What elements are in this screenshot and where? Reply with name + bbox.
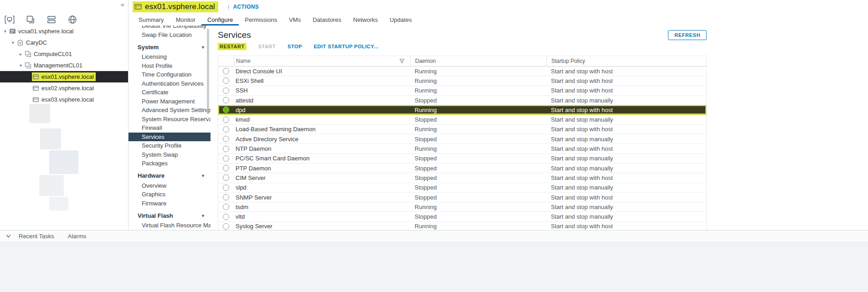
confignav-section-hardware[interactable]: Hardware▾ [128,170,211,181]
confignav-item-security-profile[interactable]: Security Profile [128,141,211,150]
toolbar-edit-startup-policy-button[interactable]: EDIT STARTUP POLICY... [314,44,379,49]
service-row-ssh[interactable]: SSHRunningStart and stop with host [218,86,706,96]
row-radio[interactable] [223,77,229,84]
service-row-syslog-server[interactable]: Syslog ServerRunningStart and stop with … [218,222,706,230]
chevron-down-icon[interactable]: ▾ [2,29,9,34]
refresh-button[interactable]: REFRESH [668,30,707,40]
row-radio[interactable] [223,165,229,171]
service-row-vltd[interactable]: vltdStoppedStart and stop manually [218,212,706,221]
column-header-policy: Startup Policy [546,56,706,66]
service-row-attestd[interactable]: attestdStoppedStart and stop manually [218,96,706,105]
confignav-item-power-management[interactable]: Power Management [128,97,211,106]
confignav-item-overview[interactable]: Overview [128,181,211,190]
tree-item-vcsa01-vsphere-local[interactable]: ▾vcsa01.vsphere.local [0,26,128,37]
confignav-item-packages[interactable]: Packages [128,159,211,168]
filter-icon[interactable] [399,58,405,64]
confignav-item-time-configuration[interactable]: Time Configuration [128,70,211,79]
service-row-cim-server[interactable]: CIM ServerStoppedStart and stop with hos… [218,173,706,183]
service-row-pc-sc-smart-card-daemon[interactable]: PC/SC Smart Card DaemonStoppedStart and … [218,154,706,164]
confignav-section-virtual-flash[interactable]: Virtual Flash▾ [128,210,211,221]
tab-vms[interactable]: VMs [283,14,307,26]
configure-nav-scrollbar[interactable] [207,29,209,109]
tree-item-esx02-vsphere-local[interactable]: esx02.vsphere.local [0,82,128,94]
service-row-esxi-shell[interactable]: ESXi ShellRunningStart and stop with hos… [218,76,706,86]
cluster-icon [25,51,31,57]
chevron-down-icon[interactable] [5,234,11,238]
confignav-item-system-swap[interactable]: System Swap [128,150,211,159]
toolbar-stop-button[interactable]: STOP [288,44,302,49]
confignav-item-system-resource-reservati[interactable]: System Resource Reservati... [128,115,211,124]
vms-and-templates-icon[interactable] [26,15,36,24]
confignav-item-authentication-services[interactable]: Authentication Services [128,79,211,88]
row-radio[interactable] [223,174,229,181]
service-daemon-cell: Stopped [410,116,546,123]
confignav-item-certificate[interactable]: Certificate [128,88,211,97]
confignav-item-default-vm-compatibility[interactable]: Default VM Compatibility [128,26,211,31]
tab-summary[interactable]: Summary [133,14,170,26]
tree-item-esx03-vsphere-local[interactable]: esx03.vsphere.local [0,94,128,105]
row-radio[interactable] [223,87,229,94]
row-radio[interactable] [223,68,229,74]
row-radio[interactable] [223,155,229,162]
tree-item-computecl01[interactable]: ▸ComputeCL01 [0,48,128,60]
tab-permissions[interactable]: Permissions [239,14,283,26]
main-body: « ▾vcsa01.vsphere.local▾CaryDC▸ComputeCL… [0,0,868,230]
confignav-item-host-profile[interactable]: Host Profile [128,61,211,71]
hosts-and-clusters-icon[interactable] [5,15,15,24]
confignav-item-services[interactable]: Services [128,133,211,142]
row-radio[interactable] [223,184,229,191]
confignav-item-licensing[interactable]: Licensing [128,52,211,61]
service-row-ptp-daemon[interactable]: PTP DaemonStoppedStart and stop manually [218,164,706,173]
row-radio[interactable] [223,126,229,133]
networking-icon[interactable] [67,15,77,24]
toolbar-restart-button[interactable]: RESTART [218,43,247,50]
service-row-kmxd[interactable]: kmxdStoppedStart and stop manually [218,115,706,124]
radio-cell [218,87,234,94]
configure-nav-list: Default VM CompatibilitySwap File Locati… [128,26,211,230]
row-radio[interactable] [223,117,229,123]
row-radio[interactable] [223,107,229,113]
row-radio[interactable] [223,146,229,152]
tab-updates[interactable]: Updates [384,14,417,26]
bottombar-recent-tasks[interactable]: Recent Tasks [19,233,54,240]
bottombar-alarms[interactable]: Alarms [68,233,86,240]
row-radio[interactable] [223,214,229,220]
confignav-item-firmware[interactable]: Firmware [128,199,211,208]
tab-monitor[interactable]: Monitor [170,14,201,26]
service-policy-cell: Start and stop manually [546,204,706,210]
confignav-item-virtual-flash-resource-man[interactable]: Virtual Flash Resource Man... [128,221,211,230]
service-row-ntp-daemon[interactable]: NTP DaemonRunningStart and stop with hos… [218,144,706,154]
actions-button[interactable]: ⋮ ACTIONS [226,4,259,10]
row-radio[interactable] [223,223,229,230]
confignav-item-firewall[interactable]: Firewall [128,123,211,133]
tab-datastores[interactable]: Datastores [307,14,347,26]
tree-item-content: ManagementCL01 [24,61,84,70]
service-row-dpd[interactable]: dpdRunningStart and stop with host [218,105,706,115]
tree-item-carydc[interactable]: ▾CaryDC [0,37,128,48]
chevron-right-icon[interactable]: ▸ [17,51,24,56]
row-radio[interactable] [223,194,229,200]
row-radio[interactable] [223,97,229,103]
confignav-item-swap-file-location[interactable]: Swap File Location [128,31,211,40]
service-row-snmp-server[interactable]: SNMP ServerStoppedStart and stop with ho… [218,193,706,202]
redacted-tree-item [40,128,61,149]
service-row-active-directory-service[interactable]: Active Directory ServiceStoppedStart and… [218,134,706,144]
tab-configure[interactable]: Configure [201,14,239,26]
confignav-item-advanced-system-settings[interactable]: Advanced System Settings [128,106,211,115]
sidebar-collapse-icon[interactable]: « [121,1,124,8]
confignav-section-system[interactable]: System▾ [128,41,211,52]
service-row-load-based-teaming-daemon[interactable]: Load-Based Teaming DaemonRunningStart an… [218,125,706,134]
service-row-direct-console-ui[interactable]: Direct Console UIRunningStart and stop w… [218,67,706,76]
tree-item-managementcl01[interactable]: ▾ManagementCL01 [0,60,128,71]
service-row-slpd[interactable]: slpdStoppedStart and stop manually [218,183,706,193]
service-row-tsdm[interactable]: tsdmRunningStart and stop manually [218,202,706,212]
storage-icon[interactable] [46,15,56,24]
chevron-down-icon[interactable]: ▾ [17,63,24,68]
radio-cell [218,165,234,171]
tab-networks[interactable]: Networks [347,14,384,26]
tree-item-esx01-vsphere-local[interactable]: esx01.vsphere.local [0,71,128,82]
row-radio[interactable] [223,136,229,142]
chevron-down-icon[interactable]: ▾ [10,40,16,45]
confignav-item-graphics[interactable]: Graphics [128,190,211,199]
row-radio[interactable] [223,204,229,210]
